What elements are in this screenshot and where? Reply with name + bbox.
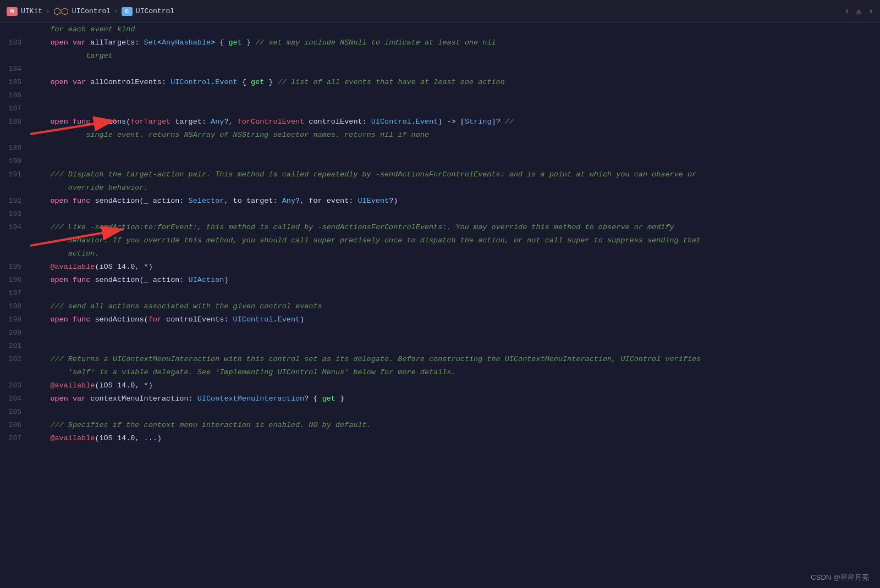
line-content: /// Dispatch the target-action pair. Thi…: [30, 168, 880, 181]
line-number: 193: [0, 208, 30, 221]
uicontrol-module[interactable]: UIControl: [72, 7, 111, 15]
line-content: [30, 63, 880, 76]
line-number: 184: [0, 63, 30, 76]
line-number: 185: [0, 76, 30, 89]
sep2: ›: [114, 7, 118, 15]
line-content: open var allTargets: Set<AnyHashable> { …: [30, 36, 880, 49]
table-row: single event. returns NSArray of NSStrin…: [0, 129, 880, 142]
line-number: 189: [0, 142, 30, 155]
table-row: 198 /// send all actions associated with…: [0, 300, 880, 313]
line-content: [30, 102, 880, 115]
line-number: 207: [0, 432, 30, 445]
line-number: 186: [0, 89, 30, 102]
module-icon: ⬡⬡: [53, 6, 69, 17]
class-label[interactable]: UIControl: [136, 7, 174, 15]
code-lines: for each event kind183 open var allTarge…: [0, 23, 880, 445]
line-content: open var contextMenuInteraction: UIConte…: [30, 392, 880, 406]
line-content: @available(iOS 14.0, ...): [30, 432, 880, 445]
line-number: 202: [0, 353, 30, 366]
watermark: CSDN @星星月亮: [811, 573, 869, 583]
table-row: override behavior.: [0, 181, 880, 195]
table-row: 186: [0, 89, 880, 102]
table-row: 200: [0, 326, 880, 340]
line-content: open func sendActions(for controlEvents:…: [30, 313, 880, 326]
table-row: 196 open func sendAction(_ action: UIAct…: [0, 274, 880, 287]
line-number: 203: [0, 379, 30, 392]
table-row: action.: [0, 247, 880, 260]
line-content: 'self' is a viable delegate. See 'Implem…: [30, 366, 880, 379]
line-content: open func sendAction(_ action: Selector,…: [30, 195, 880, 208]
table-row: 203 @available(iOS 14.0, *): [0, 379, 880, 392]
line-content: action.: [30, 247, 880, 260]
line-content: open func actions(forTarget target: Any?…: [30, 115, 880, 129]
line-number: 200: [0, 326, 30, 340]
line-number: 192: [0, 195, 30, 208]
breadcrumb: M UIKit › ⬡⬡ UIControl › C UIControl: [7, 6, 174, 17]
line-number: 201: [0, 340, 30, 353]
line-number: 196: [0, 274, 30, 287]
table-row: 187: [0, 102, 880, 115]
table-row: 184: [0, 63, 880, 76]
line-number: 191: [0, 168, 30, 181]
line-content: override behavior.: [30, 181, 880, 195]
table-row: 201: [0, 340, 880, 353]
line-number: 183: [0, 36, 30, 49]
line-number: 204: [0, 392, 30, 406]
line-number: 199: [0, 313, 30, 326]
line-content: [30, 142, 880, 155]
nav-actions: ‹ ⚠ ›: [844, 6, 873, 17]
line-content: /// send all actions associated with the…: [30, 300, 880, 313]
line-number: 205: [0, 406, 30, 419]
table-row: 207 @available(iOS 14.0, ...): [0, 432, 880, 445]
table-row: 195 @available(iOS 14.0, *): [0, 260, 880, 274]
table-row: 191 /// Dispatch the target-action pair.…: [0, 168, 880, 181]
warn-icon[interactable]: ⚠: [856, 6, 862, 17]
line-number: 198: [0, 300, 30, 313]
line-content: [30, 326, 880, 340]
line-content: /// Like -sendAction:to:forEvent:, this …: [30, 221, 880, 234]
table-row: 185 open var allControlEvents: UIControl…: [0, 76, 880, 89]
table-row: 'self' is a viable delegate. See 'Implem…: [0, 366, 880, 379]
table-row: 189: [0, 142, 880, 155]
line-number: 187: [0, 102, 30, 115]
line-number: 197: [0, 287, 30, 300]
table-row: for each event kind: [0, 23, 880, 36]
table-row: 183 open var allTargets: Set<AnyHashable…: [0, 36, 880, 49]
table-row: 199 open func sendActions(for controlEve…: [0, 313, 880, 326]
code-container: for each event kind183 open var allTarge…: [0, 23, 880, 588]
table-row: 192 open func sendAction(_ action: Selec…: [0, 195, 880, 208]
line-content: [30, 208, 880, 221]
nav-bar: M UIKit › ⬡⬡ UIControl › C UIControl ‹ ⚠…: [0, 0, 880, 23]
table-row: 197: [0, 287, 880, 300]
table-row: 188 open func actions(forTarget target: …: [0, 115, 880, 129]
line-content: open func sendAction(_ action: UIAction): [30, 274, 880, 287]
line-content: [30, 406, 880, 419]
uikit-label[interactable]: UIKit: [21, 7, 42, 15]
line-number: 194: [0, 221, 30, 234]
line-content: single event. returns NSArray of NSStrin…: [30, 129, 880, 142]
line-content: [30, 340, 880, 353]
line-content: behavior. If you override this method, y…: [30, 234, 880, 247]
line-number: 206: [0, 419, 30, 432]
table-row: 205: [0, 406, 880, 419]
uikit-badge: M: [7, 7, 18, 16]
table-row: behavior. If you override this method, y…: [0, 234, 880, 247]
line-number: 190: [0, 155, 30, 168]
line-content: open var allControlEvents: UIControl.Eve…: [30, 76, 880, 89]
line-content: @available(iOS 14.0, *): [30, 260, 880, 274]
sep1: ›: [46, 7, 50, 15]
line-content: [30, 155, 880, 168]
table-row: 190: [0, 155, 880, 168]
line-content: target: [30, 49, 880, 63]
table-row: 193: [0, 208, 880, 221]
line-content: for each event kind: [30, 23, 880, 36]
table-row: target: [0, 49, 880, 63]
line-number: 195: [0, 260, 30, 274]
line-content: @available(iOS 14.0, *): [30, 379, 880, 392]
next-button[interactable]: ›: [868, 7, 873, 16]
line-content: /// Returns a UIContextMenuInteraction w…: [30, 353, 880, 366]
line-content: [30, 89, 880, 102]
prev-button[interactable]: ‹: [844, 7, 850, 16]
line-number: 188: [0, 115, 30, 129]
table-row: 206 /// Specifies if the context menu in…: [0, 419, 880, 432]
